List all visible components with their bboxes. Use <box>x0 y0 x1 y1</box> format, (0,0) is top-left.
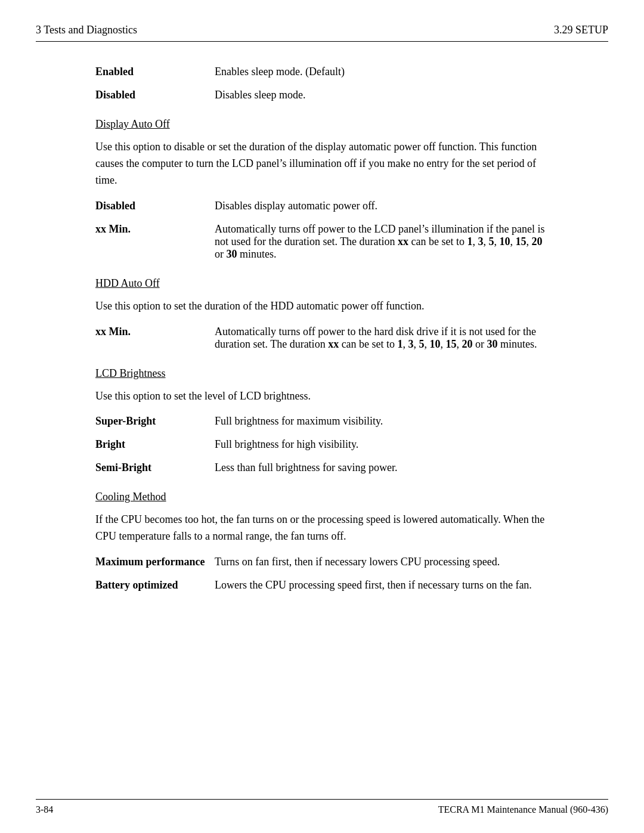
display-disabled-row: Disabled Disables display automatic powe… <box>95 200 549 212</box>
battopt-term: Battery optimized <box>95 579 215 592</box>
cooling-method-heading: Cooling Method <box>95 491 549 503</box>
header-left: 3 Tests and Diagnostics <box>36 24 137 36</box>
display-xxmin-term: xx Min. <box>95 223 215 236</box>
footer-left: 3-84 <box>36 804 53 815</box>
display-disabled-desc: Disables display automatic power off. <box>215 200 549 212</box>
display-xxmin-desc: Automatically turns off power to the LCD… <box>215 223 549 261</box>
display-disabled-term: Disabled <box>95 200 215 212</box>
superbright-row: Super-Bright Full brightness for maximum… <box>95 415 549 428</box>
battopt-desc: Lowers the CPU processing speed first, t… <box>215 579 549 592</box>
lcd-brightness-para: Use this option to set the level of LCD … <box>95 388 549 405</box>
hdd-xxmin-desc: Automatically turns off power to the har… <box>215 326 549 351</box>
header-right: 3.29 SETUP <box>554 24 608 36</box>
hdd-xxmin-term: xx Min. <box>95 326 215 338</box>
semibright-desc: Less than full brightness for saving pow… <box>215 462 549 474</box>
hdd-auto-off-para: Use this option to set the duration of t… <box>95 298 549 315</box>
bright-row: Bright Full brightness for high visibili… <box>95 438 549 451</box>
cooling-method-para: If the CPU becomes too hot, the fan turn… <box>95 512 549 545</box>
disabled-sleep-term: Disabled <box>95 89 215 101</box>
bright-term: Bright <box>95 438 215 451</box>
maxperf-term: Maximum performance <box>95 556 215 568</box>
display-auto-off-para: Use this option to disable or set the du… <box>95 139 549 189</box>
page-footer: 3-84 TECRA M1 Maintenance Manual (960-43… <box>36 799 608 815</box>
battopt-row: Battery optimized Lowers the CPU process… <box>95 579 549 592</box>
enabled-desc: Enables sleep mode. (Default) <box>215 66 549 78</box>
enabled-term: Enabled <box>95 66 215 78</box>
superbright-term: Super-Bright <box>95 415 215 428</box>
page-header: 3 Tests and Diagnostics 3.29 SETUP <box>36 24 608 42</box>
display-xxmin-row: xx Min. Automatically turns off power to… <box>95 223 549 261</box>
hdd-xxmin-row: xx Min. Automatically turns off power to… <box>95 326 549 351</box>
page-content: Enabled Enables sleep mode. (Default) Di… <box>36 66 608 592</box>
enabled-row: Enabled Enables sleep mode. (Default) <box>95 66 549 78</box>
lcd-brightness-heading: LCD Brightness <box>95 367 549 380</box>
hdd-auto-off-heading: HDD Auto Off <box>95 277 549 290</box>
footer-right: TECRA M1 Maintenance Manual (960-436) <box>438 804 608 815</box>
disabled-sleep-desc: Disables sleep mode. <box>215 89 549 101</box>
disabled-sleep-row: Disabled Disables sleep mode. <box>95 89 549 101</box>
maxperf-row: Maximum performance Turns on fan first, … <box>95 556 549 568</box>
superbright-desc: Full brightness for maximum visibility. <box>215 415 549 428</box>
display-auto-off-heading: Display Auto Off <box>95 118 549 131</box>
semibright-row: Semi-Bright Less than full brightness fo… <box>95 462 549 474</box>
bright-desc: Full brightness for high visibility. <box>215 438 549 451</box>
maxperf-desc: Turns on fan first, then if necessary lo… <box>215 556 549 568</box>
semibright-term: Semi-Bright <box>95 462 215 474</box>
